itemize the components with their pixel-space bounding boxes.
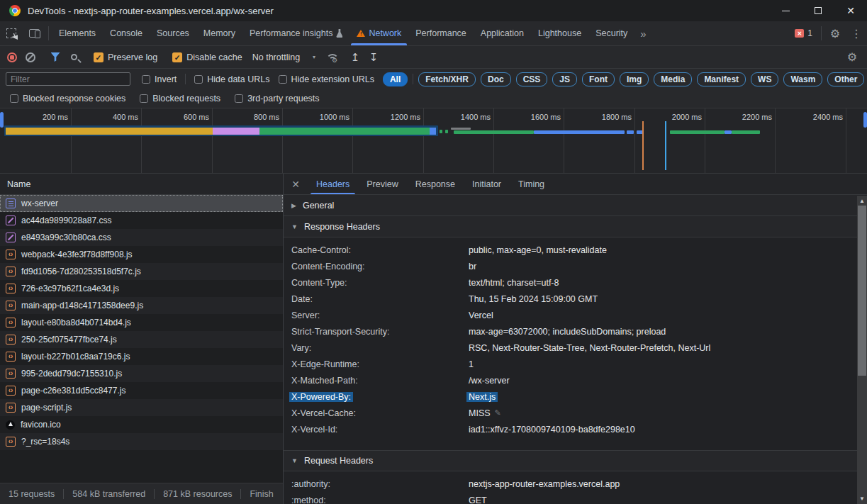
table-row[interactable]: 995-2dedd79dc7155310.js: [0, 365, 283, 382]
clear-network-log-button[interactable]: [21, 48, 40, 67]
filter-input[interactable]: [6, 72, 130, 86]
tick-label: 1200 ms: [354, 113, 420, 121]
script-icon: [6, 250, 16, 259]
search-button[interactable]: [65, 48, 83, 67]
chip-wasm[interactable]: Wasm: [783, 72, 822, 86]
chip-doc[interactable]: Doc: [481, 72, 511, 86]
chip-img[interactable]: Img: [620, 72, 649, 86]
throttling-select[interactable]: No throttling ▾: [247, 52, 321, 62]
network-settings-button[interactable]: ⚙: [841, 50, 863, 64]
third-party-requests-checkbox[interactable]: 3rd-party requests: [230, 94, 323, 103]
chip-js[interactable]: JS: [552, 72, 577, 86]
record-network-log-button[interactable]: [3, 48, 21, 67]
waterfall-bar: [445, 130, 448, 133]
scrollbar-thumb[interactable]: [858, 206, 866, 376]
chevron-right-icon: ▶: [291, 202, 296, 209]
general-section-toggle[interactable]: ▶ General: [284, 195, 857, 216]
tab-headers[interactable]: Headers: [308, 174, 358, 194]
table-row[interactable]: fd9d1056-7d280253518d5f7c.js: [0, 263, 283, 280]
preserve-log-checkbox[interactable]: ✓ Preserve log: [89, 52, 162, 62]
hide-data-urls-checkbox[interactable]: Hide data URLs: [190, 74, 274, 84]
table-row[interactable]: page-script.js: [0, 399, 283, 416]
import-har-button[interactable]: ↥: [346, 48, 364, 67]
chrome-logo-icon: [9, 5, 21, 16]
gridline: [141, 108, 142, 173]
chip-css[interactable]: CSS: [516, 72, 548, 86]
table-row[interactable]: layout-b227b01c8aa719c6.js: [0, 348, 283, 365]
tab-preview[interactable]: Preview: [358, 174, 406, 194]
chip-other[interactable]: Other: [827, 72, 864, 86]
chip-all[interactable]: All: [383, 72, 408, 86]
type-filter-chips: All Fetch/XHR Doc CSS JS Font Img Media …: [383, 72, 864, 86]
table-row[interactable]: wx-server: [0, 195, 283, 212]
name-column-header[interactable]: Name: [0, 174, 283, 195]
tab-initiator[interactable]: Initiator: [464, 174, 510, 194]
disable-cache-checkbox[interactable]: ✓ Disable cache: [168, 52, 247, 62]
chip-ws[interactable]: WS: [751, 72, 778, 86]
chip-font[interactable]: Font: [582, 72, 615, 86]
settings-gear-button[interactable]: ⚙: [824, 21, 846, 45]
table-row[interactable]: ac44da9899028a87.css: [0, 212, 283, 229]
overview-right-handle[interactable]: [863, 112, 867, 128]
table-row[interactable]: main-app-d148c4171358dee9.js: [0, 297, 283, 314]
table-row[interactable]: 250-25cf075477fbce74.js: [0, 331, 283, 348]
invert-checkbox[interactable]: Invert: [138, 74, 181, 84]
waterfall-bar: [732, 130, 760, 134]
filter-toggle-button[interactable]: [46, 48, 65, 67]
tab-performance[interactable]: Performance: [408, 21, 474, 45]
inspect-element-button[interactable]: [0, 21, 23, 45]
table-row[interactable]: favicon.ico: [0, 416, 283, 433]
tab-console[interactable]: Console: [103, 21, 150, 45]
table-row[interactable]: webpack-4e3fe3f78d8ff908.js: [0, 246, 283, 263]
response-headers-section-toggle[interactable]: ▼ Response Headers: [284, 216, 857, 237]
hide-extension-urls-checkbox[interactable]: Hide extension URLs: [274, 74, 379, 84]
tab-response[interactable]: Response: [407, 174, 464, 194]
tab-lighthouse[interactable]: Lighthouse: [531, 21, 588, 45]
request-headers-section-toggle[interactable]: ▼ Request Headers: [284, 450, 857, 471]
close-details-button[interactable]: ✕: [284, 179, 308, 190]
request-name: page-script.js: [21, 403, 72, 413]
details-scrollbar[interactable]: ▲ ▼: [857, 196, 867, 504]
main-menu-button[interactable]: ⋮: [846, 21, 867, 45]
export-har-button[interactable]: ↧: [364, 48, 383, 67]
scroll-down-arrow[interactable]: ▼: [857, 495, 867, 502]
tab-memory[interactable]: Memory: [196, 21, 242, 45]
table-row[interactable]: 726-e3c97b62f1ca4e3d.js: [0, 280, 283, 297]
network-conditions-button[interactable]: ⚙: [321, 48, 340, 67]
tab-label: Application: [481, 28, 524, 38]
table-row[interactable]: e8493a99c30b80ca.css: [0, 229, 283, 246]
tab-sources[interactable]: Sources: [150, 21, 196, 45]
table-row[interactable]: ?_rsc=18s4s: [0, 433, 283, 450]
overview-left-handle[interactable]: [0, 112, 4, 128]
tab-network[interactable]: Network: [349, 21, 408, 45]
checkbox-unchecked-icon: [10, 94, 18, 103]
header-key: Cache-Control:: [291, 245, 469, 255]
chip-manifest[interactable]: Manifest: [697, 72, 746, 86]
console-errors-button[interactable]: ✕ 1: [789, 21, 818, 45]
blocked-requests-checkbox[interactable]: Blocked requests: [135, 94, 225, 103]
chip-fetch-xhr[interactable]: Fetch/XHR: [418, 72, 476, 86]
tab-application[interactable]: Application: [474, 21, 531, 45]
edit-pencil-icon[interactable]: ✎: [495, 408, 501, 418]
tab-elements[interactable]: Elements: [52, 21, 103, 45]
close-button[interactable]: ✕: [834, 0, 867, 21]
network-filter-bar: Invert Hide data URLs Hide extension URL…: [0, 69, 867, 89]
error-count: 1: [807, 28, 812, 38]
tab-performance-insights[interactable]: Performance insights: [242, 21, 349, 45]
table-row[interactable]: page-c26e381dd5cc8477.js: [0, 382, 283, 399]
gridline: [212, 108, 213, 173]
tab-security[interactable]: Security: [588, 21, 634, 45]
tab-timing[interactable]: Timing: [510, 174, 553, 194]
chip-media[interactable]: Media: [654, 72, 692, 86]
blocked-response-cookies-checkbox[interactable]: Blocked response cookies: [6, 94, 130, 103]
device-toolbar-button[interactable]: [23, 21, 45, 45]
tab-label: Headers: [316, 179, 349, 189]
minimize-button[interactable]: [769, 0, 802, 21]
scroll-up-arrow[interactable]: ▲: [857, 198, 867, 204]
table-row[interactable]: layout-e80ba8d4b0714bd4.js: [0, 314, 283, 331]
section-title: General: [303, 201, 334, 211]
header-row: Vary:RSC, Next-Router-State-Tree, Next-R…: [284, 340, 857, 356]
tab-label: Timing: [518, 179, 544, 189]
more-tabs-button[interactable]: »: [634, 21, 651, 45]
maximize-button[interactable]: [802, 0, 834, 21]
